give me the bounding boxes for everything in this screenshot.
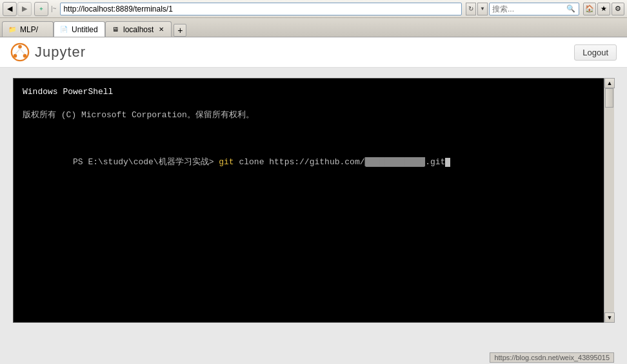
favorites-button[interactable]: ★: [597, 3, 610, 15]
home-button[interactable]: 🏠: [583, 3, 596, 15]
jupyter-logo-text: Jupyter: [35, 44, 86, 61]
new-tab-button[interactable]: +: [34, 2, 48, 16]
terminal-line-4: PS E:\study\code\机器学习实战> git clone https…: [23, 145, 601, 180]
tab-localhost[interactable]: 🖥 localhost ✕: [105, 21, 172, 37]
go-button[interactable]: ↻: [466, 3, 476, 15]
svg-point-3: [14, 54, 17, 58]
address-bar: http://localhost:8889/terminals/1: [60, 3, 462, 15]
scrollbar-down-arrow[interactable]: ▼: [604, 312, 615, 323]
terminal-line-2: 版权所有 (C) Microsoft Corporation。保留所有权利。: [23, 110, 601, 121]
tab-localhost-favicon: 🖥: [111, 25, 120, 34]
tab-untitled-label: Untitled: [72, 25, 99, 34]
terminal-prompt: PS E:\study\code\机器学习实战>: [73, 157, 219, 167]
tab-untitled-favicon: 📄: [59, 25, 68, 34]
status-url: https://blog.csdn.net/weix_43895015: [490, 352, 614, 363]
dropdown-button[interactable]: ▼: [477, 3, 488, 15]
scrollbar-up-arrow[interactable]: ▲: [604, 78, 615, 88]
terminal-cursor: [445, 158, 450, 167]
search-button[interactable]: 🔍: [566, 3, 576, 15]
forward-button[interactable]: ▶: [17, 2, 32, 16]
tab-mlp-label: MLP/: [20, 25, 48, 34]
terminal-cmd-git: git: [219, 157, 234, 167]
logout-button[interactable]: Logout: [574, 44, 617, 61]
address-input[interactable]: http://localhost:8889/terminals/1: [63, 5, 459, 14]
jupyter-logo: Jupyter: [10, 43, 86, 62]
tab-bar: 📁 MLP/ 📄 Untitled 🖥 localhost ✕ +: [0, 18, 627, 37]
terminal-cmd-end: .git: [425, 157, 445, 167]
scrollbar-track[interactable]: [604, 88, 614, 312]
terminal-wrapper: Windows PowerShell 版权所有 (C) Microsoft Co…: [0, 68, 627, 333]
new-tab-plus-button[interactable]: +: [174, 24, 186, 37]
tab-untitled[interactable]: 📄 Untitled: [54, 21, 105, 37]
jupyter-logo-icon: [10, 43, 30, 62]
terminal-cmd-clone: clone https://github.com/: [234, 157, 365, 167]
search-input[interactable]: [492, 5, 566, 14]
back-button[interactable]: ◀: [3, 2, 17, 16]
terminal-outer: Windows PowerShell 版权所有 (C) Microsoft Co…: [13, 78, 614, 323]
gear-button[interactable]: ⚙: [612, 3, 624, 15]
scrollbar-thumb[interactable]: [605, 88, 613, 108]
tab-mlp[interactable]: 📁 MLP/: [2, 21, 54, 37]
tab-localhost-label: localhost: [123, 25, 154, 34]
terminal-line-1: Windows PowerShell: [23, 86, 601, 98]
svg-point-1: [18, 45, 22, 49]
svg-point-2: [23, 54, 27, 58]
tab-mlp-favicon: 📁: [8, 25, 17, 34]
jupyter-header: Jupyter Logout: [0, 37, 627, 68]
terminal-scrollbar: ▲ ▼: [604, 78, 614, 323]
page-content: Jupyter Logout Windows PowerShell 版权所有 (…: [0, 37, 627, 364]
nav-bar: ◀ ▶ + |~ http://localhost:8889/terminals…: [0, 0, 627, 18]
terminal-redacted: ████████████: [365, 157, 426, 167]
terminal-container[interactable]: Windows PowerShell 版权所有 (C) Microsoft Co…: [13, 78, 614, 323]
search-bar: 🔍: [489, 3, 579, 15]
tab-localhost-close[interactable]: ✕: [157, 25, 166, 34]
